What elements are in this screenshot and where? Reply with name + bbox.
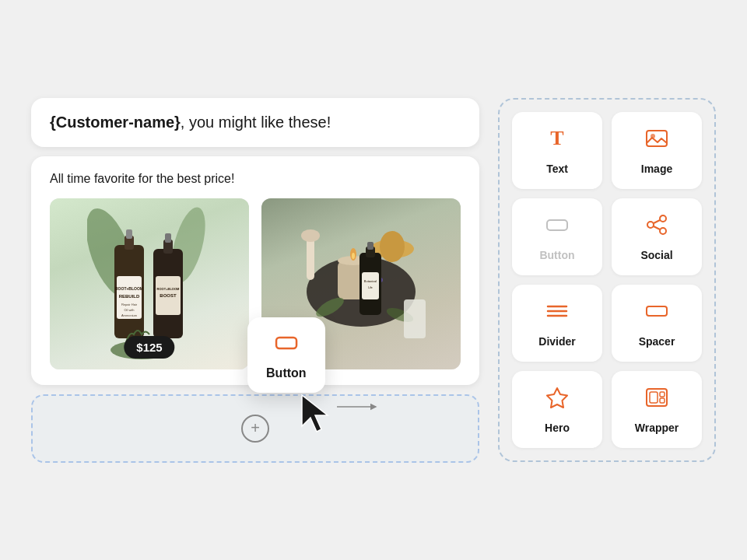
- svg-text:T: T: [550, 127, 563, 149]
- svg-text:REBUILD: REBUILD: [119, 294, 140, 299]
- svg-rect-43: [647, 131, 667, 146]
- header-text: {Customer-name}, you might like these!: [50, 114, 461, 131]
- widget-divider-label: Divider: [538, 335, 575, 348]
- image-icon: [644, 126, 669, 155]
- svg-rect-13: [165, 233, 171, 243]
- svg-point-46: [660, 215, 666, 222]
- svg-line-50: [654, 226, 660, 229]
- widget-social[interactable]: Social: [612, 198, 702, 275]
- widget-button[interactable]: Button: [512, 198, 602, 275]
- customer-name-placeholder: {Customer-name}: [50, 114, 181, 131]
- svg-text:Oil with: Oil with: [124, 308, 134, 312]
- widget-divider[interactable]: Divider: [512, 285, 602, 362]
- svg-rect-45: [547, 220, 567, 230]
- svg-text:BOOST: BOOST: [160, 293, 177, 298]
- svg-point-47: [647, 222, 654, 228]
- header-text-regular: , you might like these!: [181, 114, 331, 131]
- svg-rect-4: [126, 229, 132, 239]
- widget-image[interactable]: Image: [612, 112, 702, 189]
- floating-button-widget[interactable]: Button: [247, 317, 325, 393]
- svg-point-48: [660, 228, 666, 234]
- button-widget-icon: [274, 330, 299, 360]
- hero-icon: [545, 385, 570, 414]
- wrapper-icon: [644, 385, 669, 414]
- widget-button-label: Button: [539, 249, 574, 261]
- svg-line-49: [654, 220, 660, 223]
- button-icon: [545, 212, 570, 241]
- add-icon: +: [251, 419, 260, 437]
- svg-point-24: [380, 231, 405, 262]
- svg-point-22: [352, 253, 355, 259]
- svg-rect-25: [307, 237, 314, 280]
- subtitle: All time favorite for the best price!: [50, 172, 461, 186]
- svg-text:Botanical: Botanical: [364, 279, 377, 283]
- svg-text:Repair Hair: Repair Hair: [121, 303, 138, 306]
- svg-rect-58: [660, 392, 665, 397]
- svg-rect-59: [660, 398, 665, 403]
- svg-rect-38: [404, 299, 426, 338]
- widget-hero-label: Hero: [545, 422, 570, 434]
- widget-text[interactable]: T Text: [512, 112, 602, 189]
- svg-point-26: [301, 229, 320, 242]
- header-card: {Customer-name}, you might like these!: [31, 98, 479, 147]
- widget-social-label: Social: [640, 249, 672, 261]
- widget-wrapper[interactable]: Wrapper: [612, 371, 702, 448]
- spacer-icon: [644, 299, 669, 327]
- svg-rect-34: [367, 242, 374, 250]
- widget-grid: T Text Image Button: [498, 98, 716, 462]
- widget-wrapper-label: Wrapper: [635, 422, 679, 434]
- svg-rect-39: [276, 338, 296, 348]
- svg-text:ROOT+BLOOM: ROOT+BLOOM: [115, 286, 143, 291]
- widget-image-label: Image: [641, 163, 672, 175]
- drop-zone[interactable]: +: [31, 394, 479, 463]
- main-container: {Customer-name}, you might like these! A…: [0, 67, 747, 494]
- svg-text:ROOT+BLOOM: ROOT+BLOOM: [157, 287, 180, 291]
- svg-rect-57: [650, 392, 658, 403]
- cursor-arrow: [298, 391, 337, 441]
- svg-text:Ammonium: Ammonium: [121, 313, 138, 317]
- social-icon: [644, 212, 669, 241]
- button-widget-label: Button: [266, 366, 307, 380]
- price-badge: $125: [124, 336, 174, 359]
- arrow-indicator: [337, 399, 384, 418]
- widget-text-label: Text: [546, 163, 568, 175]
- left-panel: {Customer-name}, you might like these! A…: [31, 98, 479, 463]
- text-icon: T: [545, 126, 570, 155]
- widget-spacer-label: Spacer: [639, 335, 675, 348]
- svg-text:Life: Life: [368, 286, 373, 289]
- divider-icon: [545, 299, 570, 327]
- widget-hero[interactable]: Hero: [512, 371, 602, 448]
- product-card-1: ROOT+BLOOM REBUILD Repair Hair Oil with …: [50, 198, 249, 369]
- widget-spacer[interactable]: Spacer: [612, 285, 702, 362]
- svg-marker-40: [302, 395, 328, 432]
- svg-marker-55: [547, 388, 567, 408]
- add-block-button[interactable]: +: [241, 415, 269, 443]
- svg-rect-54: [647, 306, 667, 316]
